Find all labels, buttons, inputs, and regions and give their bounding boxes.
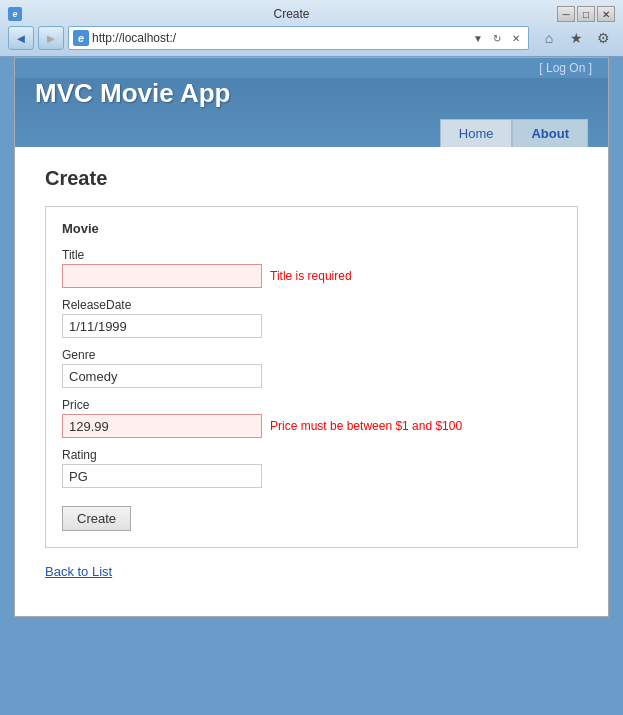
nav-home[interactable]: Home	[440, 119, 513, 147]
page-wrap: [ Log On ] MVC Movie App Home About Crea…	[0, 57, 623, 631]
address-icon	[73, 30, 89, 46]
tab-icon	[8, 7, 22, 21]
error-price: Price must be between $1 and $100	[270, 419, 462, 433]
form-section-title: Movie	[62, 221, 561, 236]
field-row-rating	[62, 464, 561, 488]
input-genre[interactable]	[62, 364, 262, 388]
field-row-genre	[62, 364, 561, 388]
input-rating[interactable]	[62, 464, 262, 488]
label-releasedate: ReleaseDate	[62, 298, 561, 312]
stop-btn[interactable]: ✕	[508, 29, 524, 47]
address-input[interactable]	[92, 31, 467, 45]
app-header: [ Log On ] MVC Movie App Home About	[15, 58, 608, 147]
field-group-price: Price Price must be between $1 and $100	[62, 398, 561, 438]
main-content: Create Movie Title Title is required Rel…	[15, 147, 608, 599]
field-row-price: Price must be between $1 and $100	[62, 414, 561, 438]
logon-bar: [ Log On ]	[15, 58, 608, 78]
settings-icon[interactable]: ⚙	[591, 26, 615, 50]
input-title[interactable]	[62, 264, 262, 288]
home-icon[interactable]: ⌂	[537, 26, 561, 50]
field-group-releasedate: ReleaseDate	[62, 298, 561, 338]
label-rating: Rating	[62, 448, 561, 462]
toolbar-icons: ⌂ ★ ⚙	[537, 26, 615, 50]
dropdown-btn[interactable]: ▼	[470, 29, 486, 47]
label-genre: Genre	[62, 348, 561, 362]
movie-form-section: Movie Title Title is required ReleaseDat…	[45, 206, 578, 548]
refresh-btn[interactable]: ↻	[489, 29, 505, 47]
forward-button[interactable]: ►	[38, 26, 64, 50]
label-price: Price	[62, 398, 561, 412]
window-controls: ─ □ ✕	[557, 6, 615, 22]
back-to-list-link[interactable]: Back to List	[45, 564, 112, 579]
nav-bar: Home About	[35, 119, 588, 147]
field-row-releasedate	[62, 314, 561, 338]
label-title: Title	[62, 248, 561, 262]
app-title: MVC Movie App	[35, 78, 588, 119]
error-title: Title is required	[270, 269, 352, 283]
back-button[interactable]: ◄	[8, 26, 34, 50]
page-inner: [ Log On ] MVC Movie App Home About Crea…	[14, 57, 609, 617]
logon-link[interactable]: [ Log On ]	[539, 61, 592, 75]
address-bar[interactable]: ▼ ↻ ✕	[68, 26, 529, 50]
field-group-title: Title Title is required	[62, 248, 561, 288]
favorites-icon[interactable]: ★	[564, 26, 588, 50]
field-group-rating: Rating	[62, 448, 561, 488]
input-releasedate[interactable]	[62, 314, 262, 338]
close-button[interactable]: ✕	[597, 6, 615, 22]
maximize-button[interactable]: □	[577, 6, 595, 22]
minimize-button[interactable]: ─	[557, 6, 575, 22]
titlebar: Create ─ □ ✕	[8, 6, 615, 22]
browser-chrome: Create ─ □ ✕ ◄ ► ▼ ↻ ✕ ⌂ ★ ⚙	[0, 0, 623, 57]
field-row-title: Title is required	[62, 264, 561, 288]
input-price[interactable]	[62, 414, 262, 438]
tab-title: Create	[273, 7, 309, 21]
browser-toolbar: ◄ ► ▼ ↻ ✕ ⌂ ★ ⚙	[8, 26, 615, 56]
nav-about[interactable]: About	[512, 119, 588, 147]
page-heading: Create	[45, 167, 578, 190]
create-button[interactable]: Create	[62, 506, 131, 531]
field-group-genre: Genre	[62, 348, 561, 388]
